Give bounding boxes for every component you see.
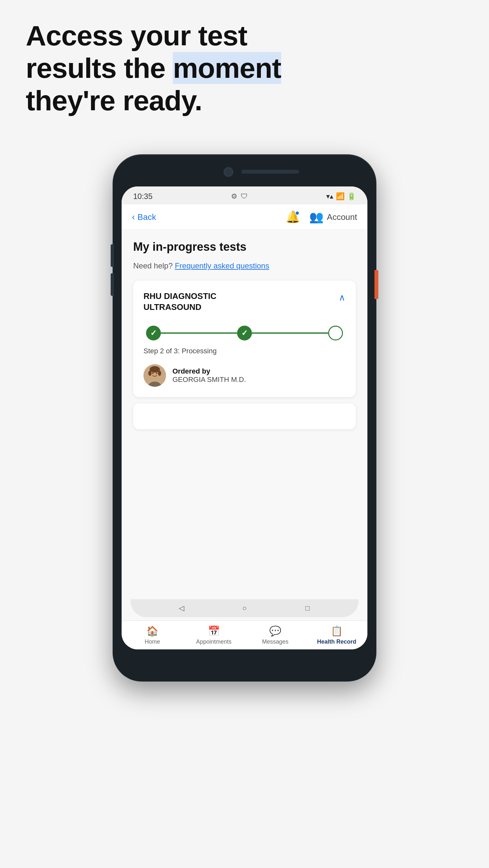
appointments-label: Appointments <box>196 639 231 645</box>
step-1: ✓ <box>146 326 161 340</box>
svg-point-5 <box>158 371 161 376</box>
svg-point-4 <box>148 371 151 376</box>
notifications-button[interactable]: 🔔 <box>286 210 300 224</box>
bottom-nav: 🏠 Home 📅 Appointments 💬 Messages 📋 Healt… <box>122 620 367 649</box>
svg-point-6 <box>152 373 153 374</box>
messages-icon: 💬 <box>269 625 281 637</box>
hero-line1: Access your test <box>26 20 247 52</box>
nav-item-appointments[interactable]: 📅 Appointments <box>183 621 244 649</box>
android-back-button[interactable]: ◁ <box>177 604 186 613</box>
main-content: My in-progress tests Need help? Frequent… <box>122 230 367 621</box>
doctor-info: Ordered by GEORGIA SMITH M.D. <box>172 367 246 384</box>
step-3 <box>328 326 343 340</box>
svg-point-7 <box>156 373 157 374</box>
phone-side-button <box>374 270 378 299</box>
test-card-1: RHU DIAGNOSTICULTRASOUND ∧ ✓ ✓ <box>133 281 356 397</box>
help-text: Need help? Frequently asked questions <box>133 261 356 270</box>
check-icon-2: ✓ <box>241 329 248 338</box>
doctor-name: GEORGIA SMITH M.D. <box>172 375 246 384</box>
step-2: ✓ <box>237 326 252 340</box>
home-label: Home <box>144 639 160 645</box>
faq-link[interactable]: Frequently asked questions <box>175 261 269 270</box>
step-text: Step 2 of 3: Processing <box>143 347 346 355</box>
android-nav: ◁ ○ □ <box>131 599 358 617</box>
wifi-icon: ▾▴ <box>326 192 333 200</box>
card-header: RHU DIAGNOSTICULTRASOUND ∧ <box>143 291 346 313</box>
android-recents-button[interactable]: □ <box>303 604 312 613</box>
battery-icon: 🔋 <box>347 192 356 200</box>
phone-container: 10:35 ⚙ 🛡 ▾▴ 📶 🔋 ‹ Back <box>113 154 376 720</box>
nav-item-home[interactable]: 🏠 Home <box>122 621 183 649</box>
ordered-by: Ordered by GEORGIA SMITH M.D. <box>143 364 346 387</box>
back-chevron-icon: ‹ <box>132 212 135 222</box>
gear-icon: ⚙ <box>231 192 237 200</box>
nav-right: 🔔 👥 Account <box>286 210 357 224</box>
status-time: 10:35 <box>133 192 152 201</box>
hero-title: Access your test results the moment they… <box>26 19 463 117</box>
status-icons: ⚙ 🛡 <box>231 192 248 200</box>
doctor-avatar <box>143 364 166 387</box>
page-wrapper: Access your test results the moment they… <box>0 0 489 868</box>
signal-icon: 📶 <box>336 192 345 200</box>
phone-speaker <box>241 170 299 174</box>
back-button[interactable]: ‹ Back <box>132 212 156 222</box>
check-icon-1: ✓ <box>150 329 157 338</box>
appointments-icon: 📅 <box>208 625 220 637</box>
phone-camera <box>224 167 233 177</box>
home-icon: 🏠 <box>146 625 158 637</box>
health-record-label: Health Record <box>317 639 356 645</box>
progress-track: ✓ ✓ <box>143 326 346 340</box>
help-text-label: Need help? <box>133 261 173 270</box>
nav-item-messages[interactable]: 💬 Messages <box>244 621 306 649</box>
hero-section: Access your test results the moment they… <box>26 19 463 117</box>
hero-line2: results the moment <box>26 52 281 84</box>
shield-icon: 🛡 <box>241 192 248 200</box>
health-record-icon: 📋 <box>331 625 343 637</box>
phone-vol-down <box>111 273 114 296</box>
phone-screen: 10:35 ⚙ 🛡 ▾▴ 📶 🔋 ‹ Back <box>122 186 367 649</box>
account-button[interactable]: 👥 Account <box>309 210 357 224</box>
phone-vol-up <box>111 244 114 267</box>
status-right-icons: ▾▴ 📶 🔋 <box>326 192 356 200</box>
account-label: Account <box>327 212 357 222</box>
collapse-icon[interactable]: ∧ <box>339 292 346 303</box>
android-home-button[interactable]: ○ <box>240 604 249 613</box>
test-name: RHU DIAGNOSTICULTRASOUND <box>143 291 217 313</box>
account-icon: 👥 <box>309 210 324 224</box>
step-line-1 <box>161 333 237 334</box>
phone-shell: 10:35 ⚙ 🛡 ▾▴ 📶 🔋 ‹ Back <box>113 154 376 682</box>
step-line-2 <box>252 333 328 334</box>
nav-item-health-record[interactable]: 📋 Health Record <box>306 621 367 649</box>
test-card-2 <box>133 403 356 429</box>
notification-dot <box>295 211 299 215</box>
hero-line3: they're ready. <box>26 85 202 116</box>
messages-label: Messages <box>262 639 288 645</box>
top-nav: ‹ Back 🔔 👥 Account <box>122 205 367 230</box>
section-title: My in-progress tests <box>133 240 356 254</box>
status-bar: 10:35 ⚙ 🛡 ▾▴ 📶 🔋 <box>122 186 367 205</box>
ordered-label: Ordered by <box>172 367 246 375</box>
back-label: Back <box>137 212 156 222</box>
